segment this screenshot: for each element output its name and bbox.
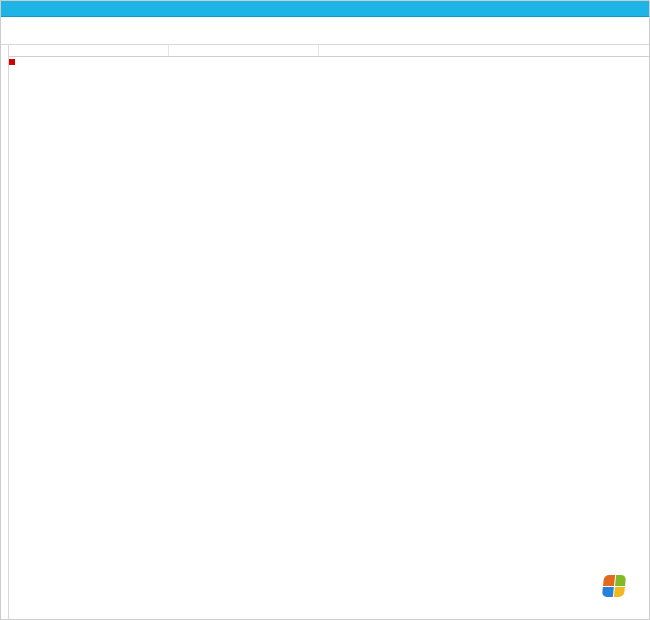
col-header-data[interactable] [319,45,649,56]
rows-container [9,57,649,59]
content-area [1,45,649,619]
highlight-box [9,59,15,65]
col-header-type[interactable] [169,45,319,56]
list-pane[interactable] [9,45,649,619]
window-titlebar[interactable] [1,1,649,17]
col-header-name[interactable] [9,45,169,56]
menu-bar [1,17,649,45]
column-header[interactable] [9,45,649,57]
tree-pane[interactable] [1,45,9,619]
